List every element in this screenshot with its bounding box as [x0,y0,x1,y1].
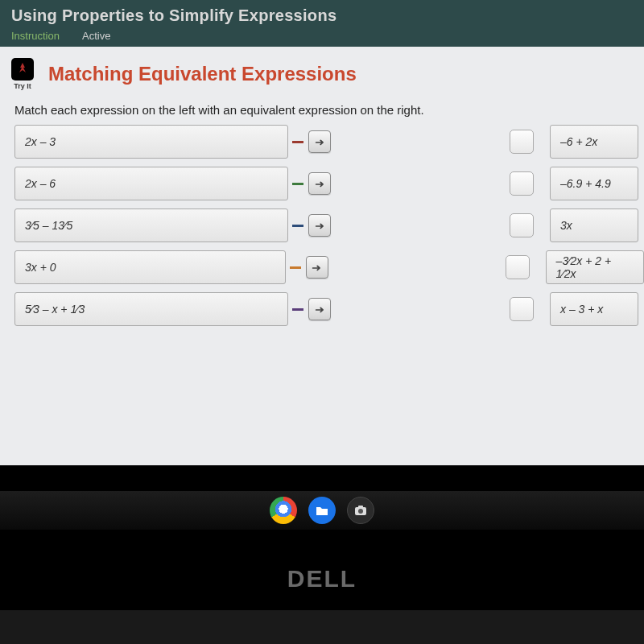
right-expression[interactable]: –6.9 + 4.9 [550,167,638,200]
connector-line [292,308,303,311]
tryit-badge: Try It [11,58,34,90]
left-expression[interactable]: 3x + 0 [14,250,286,284]
drag-handle[interactable]: ➜ [308,130,331,153]
camera-icon[interactable] [347,497,374,524]
match-row: 2x – 6 ➜ –6.9 + 4.9 [14,167,644,200]
instruction-text: Match each expression on the left with a… [0,98,644,125]
arrow-icon: ➜ [315,303,324,316]
content-panel: Try It Matching Equivalent Expressions M… [0,47,644,465]
taskbar [0,491,644,530]
drop-target[interactable] [510,171,534,196]
files-icon[interactable] [308,497,336,524]
drag-handle[interactable]: ➜ [308,298,331,320]
tab-row: Instruction Active [0,25,644,47]
page-title: Using Properties to Simplify Expressions [11,6,633,25]
right-expression[interactable]: –3⁄2x + 2 + 1⁄2x [546,250,644,284]
left-expression[interactable]: 3⁄5 – 13⁄5 [14,208,288,242]
chrome-icon[interactable] [270,497,297,524]
connector-line [292,141,303,143]
tryit-icon [11,58,34,80]
section-title: Matching Equivalent Expressions [48,63,357,85]
tab-instruction[interactable]: Instruction [11,30,60,42]
connector-line [292,183,303,185]
drop-target[interactable] [506,255,530,279]
match-row: 5⁄3 – x + 1⁄3 ➜ x – 3 + x [14,292,644,326]
drop-target[interactable] [510,213,534,237]
tryit-label: Try It [14,82,31,90]
drop-target[interactable] [510,297,534,321]
arrow-icon: ➜ [315,178,324,190]
svg-point-1 [358,509,363,514]
connector-line [290,266,301,269]
right-expression[interactable]: 3x [550,208,638,242]
left-expression[interactable]: 2x – 3 [14,125,288,159]
drag-handle[interactable]: ➜ [308,214,331,237]
connector-line [292,225,303,227]
match-list: 2x – 3 ➜ –6 + 2x 2x – 6 ➜ –6.9 + 4.9 [0,125,644,350]
drag-handle[interactable]: ➜ [308,172,331,195]
match-row: 2x – 3 ➜ –6 + 2x [14,125,644,159]
tab-active[interactable]: Active [82,30,110,42]
drag-handle[interactable]: ➜ [306,256,328,279]
bezel: DELL [0,465,644,610]
right-expression[interactable]: –6 + 2x [550,125,638,159]
match-row: 3x + 0 ➜ –3⁄2x + 2 + 1⁄2x [14,250,644,284]
arrow-icon: ➜ [312,262,322,274]
svg-rect-2 [358,506,363,508]
right-expression[interactable]: x – 3 + x [550,292,638,326]
arrow-icon: ➜ [315,220,324,232]
match-row: 3⁄5 – 13⁄5 ➜ 3x [14,208,644,242]
arrow-icon: ➜ [315,136,324,148]
left-expression[interactable]: 2x – 6 [14,167,288,200]
brand-logo: DELL [287,565,357,592]
drop-target[interactable] [510,130,534,154]
left-expression[interactable]: 5⁄3 – x + 1⁄3 [14,292,288,326]
